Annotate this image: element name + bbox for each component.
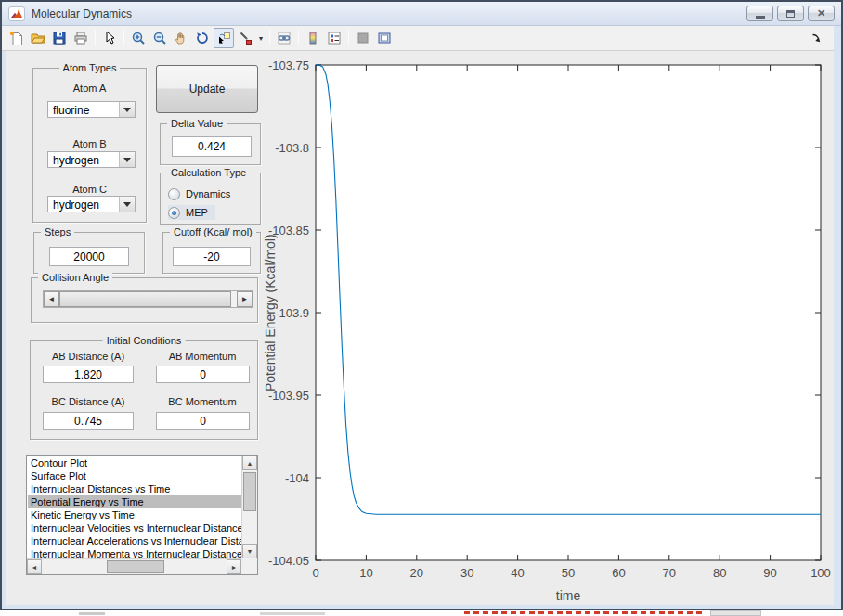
list-item[interactable]: Surface Plot — [28, 469, 241, 482]
svg-text:-103.8: -103.8 — [275, 141, 309, 155]
background-fragment — [260, 612, 325, 615]
plot-tools-off-icon — [356, 31, 370, 45]
scrollbar-corner — [241, 558, 257, 574]
colorbar-icon — [305, 31, 320, 45]
scroll-right-arrow[interactable]: ► — [227, 559, 241, 574]
zoom-out-button[interactable] — [149, 28, 170, 48]
svg-text:60: 60 — [612, 566, 625, 580]
slider-right-arrow[interactable]: ► — [237, 291, 253, 307]
list-item[interactable]: Potential Energy vs Time — [28, 495, 241, 508]
radio-selected-icon[interactable] — [168, 207, 180, 219]
atom-c-dropdown[interactable]: hydrogen — [47, 196, 136, 212]
open-file-button[interactable] — [28, 28, 48, 48]
minimize-button[interactable] — [746, 6, 773, 21]
new-file-icon — [9, 31, 24, 45]
svg-text:50: 50 — [562, 566, 575, 580]
radio-dynamics[interactable]: Dynamics — [168, 186, 230, 201]
insert-colorbar-button[interactable] — [303, 28, 323, 48]
atom-c-value: hydrogen — [53, 199, 99, 212]
svg-text:100: 100 — [811, 566, 831, 580]
ab-distance-label: AB Distance (A) — [31, 351, 146, 362]
restore-button[interactable] — [777, 6, 804, 21]
svg-text:-104.05: -104.05 — [268, 554, 309, 568]
radio-mep[interactable]: MEP — [168, 205, 215, 220]
hide-plot-tools-button[interactable] — [353, 28, 373, 48]
print-button[interactable] — [71, 28, 91, 48]
zoom-in-button[interactable] — [128, 28, 149, 48]
restore-icon — [786, 10, 795, 18]
update-button[interactable]: Update — [156, 65, 258, 113]
atom-a-dropdown[interactable]: fluorine — [47, 101, 136, 118]
hand-icon — [174, 31, 188, 45]
atom-b-dropdown[interactable]: hydrogen — [47, 151, 136, 168]
radio-icon[interactable] — [168, 188, 180, 200]
list-item[interactable]: Internuclear Velocities vs Internuclear … — [28, 521, 241, 534]
save-button[interactable] — [49, 28, 70, 48]
link-icon — [277, 31, 292, 45]
link-plots-button[interactable] — [274, 28, 294, 48]
plot-area[interactable]: 0102030405060708090100-104.05-104-103.95… — [260, 51, 834, 605]
chevron-down-icon[interactable] — [119, 197, 135, 212]
plot-type-list-rows: Contour PlotSurface PlotInternuclear Dis… — [28, 456, 241, 558]
list-item[interactable]: Internuclear Accelerations vs Internucle… — [28, 534, 241, 547]
list-item[interactable]: Internuclear Momenta vs Internuclear Dis… — [28, 547, 241, 558]
ab-distance-field[interactable] — [43, 366, 134, 383]
figure-window: Molecular Dynamics ✕ ▾ — [0, 0, 843, 610]
background-red-text-fragment — [464, 611, 706, 614]
horizontal-scrollbar[interactable]: ◄ ► — [27, 558, 241, 574]
list-item[interactable]: Kinetic Energy vs Time — [28, 508, 241, 521]
cutoff-panel: Cutoff (Kcal/ mol) — [162, 232, 261, 274]
toolbar-separator — [298, 30, 299, 46]
chevron-down-icon[interactable] — [119, 102, 135, 117]
collision-angle-slider[interactable]: ◄ ► — [43, 290, 253, 308]
dock-figure-button[interactable] — [810, 32, 823, 45]
svg-text:80: 80 — [713, 566, 726, 580]
cutoff-field[interactable] — [173, 247, 251, 266]
bc-momentum-label: BC Momentum — [146, 396, 259, 407]
background-fragment — [79, 612, 105, 615]
steps-field[interactable] — [49, 247, 129, 266]
horizontal-scroll-thumb[interactable] — [107, 560, 164, 573]
rotate-3d-button[interactable] — [192, 28, 213, 48]
occluded-window-sliver — [0, 610, 843, 616]
atom-a-value: fluorine — [53, 104, 89, 117]
atom-b-value: hydrogen — [53, 154, 99, 167]
new-file-button[interactable] — [6, 28, 27, 48]
brush-button[interactable] — [235, 28, 255, 48]
bc-momentum-field[interactable] — [156, 412, 250, 430]
plot-type-list[interactable]: Contour PlotSurface PlotInternuclear Dis… — [26, 455, 258, 575]
show-plot-tools-button[interactable] — [374, 28, 395, 48]
brush-menu-button[interactable]: ▾ — [256, 34, 266, 43]
svg-text:90: 90 — [763, 566, 776, 580]
pan-button[interactable] — [171, 28, 191, 48]
scroll-left-arrow[interactable]: ◄ — [27, 559, 42, 574]
slider-thumb[interactable] — [59, 291, 231, 307]
data-cursor-button[interactable] — [214, 28, 234, 48]
plot-axes[interactable]: 0102030405060708090100-104.05-104-103.95… — [260, 51, 834, 605]
toolbar-separator — [269, 30, 270, 46]
scroll-down-arrow[interactable]: ▼ — [242, 544, 257, 558]
delta-value-field[interactable] — [172, 136, 252, 157]
bc-distance-field[interactable] — [43, 412, 134, 430]
initial-conditions-title: Initial Conditions — [103, 335, 186, 346]
delta-value-title: Delta Value — [167, 118, 227, 129]
list-item[interactable]: Internuclear Distances vs Time — [28, 482, 241, 495]
svg-text:time: time — [556, 588, 581, 603]
matlab-logo-icon — [8, 6, 25, 21]
atom-types-panel: Atom Types Atom A fluorine Atom B hydrog… — [32, 68, 147, 223]
svg-text:-103.9: -103.9 — [275, 306, 309, 320]
toolbar-separator — [95, 30, 96, 46]
close-button[interactable]: ✕ — [808, 6, 835, 21]
chevron-down-icon[interactable] — [119, 152, 135, 167]
ab-momentum-field[interactable] — [156, 366, 250, 383]
vertical-scrollbar[interactable]: ▲ ▼ — [241, 456, 257, 558]
pointer-tool-button[interactable] — [99, 28, 120, 48]
vertical-scroll-thumb[interactable] — [243, 472, 256, 511]
scroll-up-arrow[interactable]: ▲ — [242, 456, 257, 470]
rotate-icon — [195, 31, 210, 45]
slider-left-arrow[interactable]: ◄ — [44, 291, 59, 307]
insert-legend-button[interactable] — [324, 28, 344, 48]
list-item[interactable]: Contour Plot — [28, 456, 241, 469]
svg-text:-103.75: -103.75 — [268, 58, 309, 72]
atom-b-label: Atom B — [33, 138, 146, 149]
